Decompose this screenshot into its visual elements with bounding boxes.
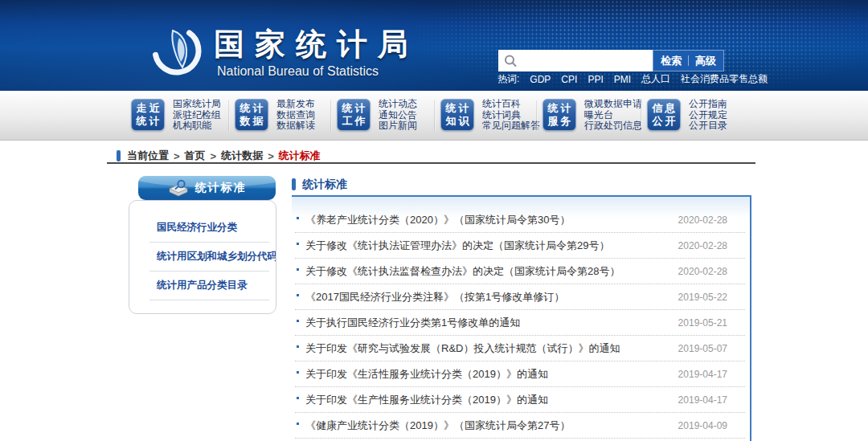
article-date: 2019-05-21 <box>669 317 727 329</box>
article-row: 《2017国民经济行业分类注释》（按第1号修改单修订） 2019-05-22 <box>295 284 745 310</box>
article-link[interactable]: 关于修改《统计执法监督检查办法》的决定（国家统计局令第28号） <box>305 264 620 279</box>
nav-badge-line: 工作 <box>340 115 368 128</box>
search-buttons[interactable]: 检索 高级 <box>653 50 724 71</box>
nav-group-statistics-work: 统计 工作 统计动态 通知公告 图片新闻 <box>337 99 417 131</box>
article-link[interactable]: 关于印发《研究与试验发展（R&D）投入统计规范（试行）》的通知 <box>305 341 620 356</box>
breadcrumb-home-link[interactable]: 首页 <box>185 149 206 163</box>
nav-link[interactable]: 公开目录 <box>689 120 727 131</box>
main-navigation: 走近 统计 国家统计局 派驻纪检组 机构职能 统计 数据 最新发布 数据查询 数… <box>0 91 868 141</box>
nbs-logo-icon <box>146 19 207 82</box>
nav-link[interactable]: 常见问题解答 <box>482 120 540 131</box>
article-list: 《养老产业统计分类（2020）》（国家统计局令第30号） 2020-02-28 … <box>292 195 751 441</box>
nav-link[interactable]: 统计动态 <box>379 99 417 109</box>
nav-link[interactable]: 公开规定 <box>689 110 727 120</box>
nav-link[interactable]: 数据解读 <box>276 120 315 131</box>
nav-divider <box>434 100 436 131</box>
nav-link[interactable]: 最新发布 <box>276 99 315 109</box>
nav-badge-statistics-services[interactable]: 统计 服务 <box>542 99 576 131</box>
article-date: 2020-02-28 <box>669 240 727 251</box>
section-title-marker <box>292 178 296 190</box>
bullet-icon <box>297 423 299 425</box>
section-title: 统计标准 <box>302 178 347 192</box>
nav-group-info-disclosure: 信息 公开 公开指南 公开规定 公开目录 <box>647 99 727 131</box>
nav-badge-line: 统计 <box>444 102 472 115</box>
nav-link[interactable]: 统计百科 <box>482 99 540 109</box>
nav-badge-about[interactable]: 走近 统计 <box>131 99 165 131</box>
nav-divider <box>330 100 332 131</box>
nav-links: 微观数据申请 曝光台 行政处罚信息 <box>584 99 642 131</box>
bullet-icon <box>297 345 299 348</box>
nav-group-statistics-data: 统计 数据 最新发布 数据查询 数据解读 <box>235 99 315 131</box>
search-icon <box>503 54 518 68</box>
sidebar-menu: 国民经济行业分类 统计用区划和城乡划分代码 统计用产品分类目录 <box>129 200 276 314</box>
article-link[interactable]: 《养老产业统计分类（2020）》（国家统计局令第30号） <box>305 213 570 227</box>
nav-link[interactable]: 统计词典 <box>482 110 540 120</box>
hot-word-link[interactable]: 总人口 <box>641 72 670 86</box>
nav-badge-statistics-work[interactable]: 统计 工作 <box>337 99 371 131</box>
bullet-icon <box>297 320 299 322</box>
sidebar-item-region-codes[interactable]: 统计用区划和城乡划分代码 <box>129 243 276 271</box>
nav-link[interactable]: 曝光台 <box>584 110 642 120</box>
nav-link[interactable]: 数据查询 <box>276 110 315 120</box>
nav-link[interactable]: 公开指南 <box>689 99 727 109</box>
nav-badge-line: 走近 <box>134 102 162 115</box>
article-row: 关于印发《研究与试验发展（R&D）投入统计规范（试行）》的通知 2019-05-… <box>295 336 745 361</box>
hot-word-link[interactable]: CPI <box>561 74 577 85</box>
nav-badge-line: 统计 <box>340 102 368 115</box>
breadcrumb-underline <box>107 162 755 164</box>
nav-badge-line: 知识 <box>444 115 472 128</box>
hot-word-link[interactable]: PPI <box>588 74 603 85</box>
article-date: 2019-04-17 <box>669 369 727 380</box>
nav-link[interactable]: 机构职能 <box>173 120 221 131</box>
article-link[interactable]: 关于印发《生产性服务业统计分类（2019）》的通知 <box>305 393 548 407</box>
nav-divider <box>641 100 642 131</box>
sidebar-item-industry-classification[interactable]: 国民经济行业分类 <box>129 214 276 242</box>
sidebar-item-product-catalog[interactable]: 统计用产品分类目录 <box>129 272 276 300</box>
article-link[interactable]: 《健康产业统计分类（2019）》（国家统计局令第27号） <box>305 419 570 433</box>
catalog-search-icon <box>168 179 189 197</box>
nav-link[interactable]: 国家统计局 <box>173 99 221 109</box>
search-input[interactable] <box>518 52 653 70</box>
nav-badge-statistics-data[interactable]: 统计 数据 <box>235 99 268 131</box>
article-link[interactable]: 关于执行国民经济行业分类第1号修改单的通知 <box>305 316 520 330</box>
hot-word-link[interactable]: GDP <box>530 74 551 85</box>
sidebar-divider <box>149 300 269 300</box>
nav-link[interactable]: 行政处罚信息 <box>584 120 642 131</box>
search-advanced-button[interactable]: 高级 <box>695 54 716 68</box>
sidebar-title-tab[interactable]: 统计标准 <box>138 176 276 200</box>
breadcrumb-marker <box>117 150 121 161</box>
article-link[interactable]: 《2017国民经济行业分类注释》（按第1号修改单修订） <box>305 290 564 304</box>
nav-badge-line: 信息 <box>650 102 678 115</box>
nav-badge-statistics-knowledge[interactable]: 统计 知识 <box>440 99 474 131</box>
nav-links: 公开指南 公开规定 公开目录 <box>689 99 727 131</box>
article-date: 2019-04-09 <box>669 420 727 431</box>
nav-link[interactable]: 通知公告 <box>379 110 417 120</box>
article-date: 2019-05-22 <box>669 292 727 303</box>
nav-divider <box>228 100 230 131</box>
nav-links: 统计百科 统计词典 常见问题解答 <box>482 99 540 131</box>
hot-words-label: 热词: <box>497 72 519 86</box>
breadcrumb-separator: > <box>174 150 180 162</box>
breadcrumb-label: 当前位置 <box>127 149 169 163</box>
breadcrumb-statistics-data-link[interactable]: 统计数据 <box>221 149 263 163</box>
bullet-icon <box>297 294 299 296</box>
site-title: 国家统计局 <box>214 24 419 65</box>
nav-badge-info-disclosure[interactable]: 信息 公开 <box>647 99 681 131</box>
search-field[interactable] <box>498 50 653 71</box>
hot-word-link[interactable]: PMI <box>614 74 631 85</box>
hot-word-link[interactable]: 社会消费品零售总额 <box>681 72 768 86</box>
nav-badge-line: 统计 <box>238 102 266 115</box>
article-link[interactable]: 关于修改《统计执法证管理办法》的决定（国家统计局令第29号） <box>305 239 609 253</box>
nav-divider <box>536 100 538 131</box>
nav-link[interactable]: 图片新闻 <box>379 120 417 131</box>
nav-link[interactable]: 派驻纪检组 <box>173 110 221 120</box>
nav-link[interactable]: 微观数据申请 <box>584 99 642 109</box>
article-link[interactable]: 关于印发《生活性服务业统计分类（2019）》的通知 <box>305 367 548 382</box>
article-date: 2019-04-17 <box>669 394 727 406</box>
bullet-icon <box>297 243 299 245</box>
nav-badge-line: 服务 <box>546 115 574 128</box>
search-submit-button[interactable]: 检索 <box>661 54 682 68</box>
article-row: 《健康产业统计分类（2019）》（国家统计局令第27号） 2019-04-09 <box>295 413 745 439</box>
article-date: 2019-05-07 <box>669 343 727 354</box>
nav-badge-line: 公开 <box>650 115 678 128</box>
